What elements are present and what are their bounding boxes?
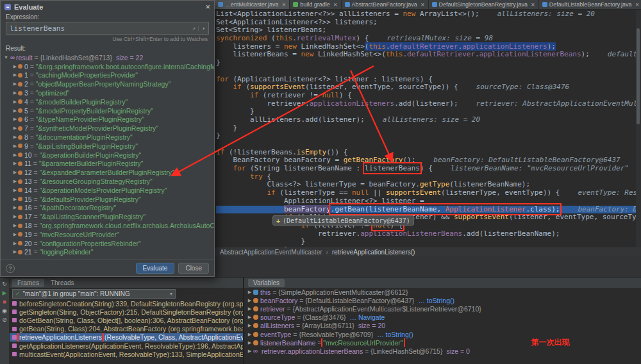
- chevron-collapsed-icon[interactable]: ▶: [247, 323, 253, 328]
- tab-variables[interactable]: Variables: [248, 279, 285, 287]
- scrollbar-thumb[interactable]: [637, 28, 640, 124]
- tab-close-icon[interactable]: ✕: [282, 2, 287, 8]
- chevron-collapsed-icon[interactable]: ▶: [12, 153, 18, 158]
- tab-frames[interactable]: Frames: [12, 279, 44, 287]
- editor-tab[interactable]: DefaultSingletonBeanRegistry.java✕: [429, 0, 539, 9]
- tab-threads[interactable]: Threads: [46, 279, 79, 287]
- result-item[interactable]: ▶16 = "&pathDecoratorRegistry": [1, 204, 214, 213]
- variable-row[interactable]: ▶eventType = {ResolvableType@6709}… toSt…: [244, 330, 641, 338]
- tab-close-icon[interactable]: ✕: [635, 2, 640, 8]
- result-item[interactable]: ▶11 = "&parameterBuilderPluginRegistry": [1, 160, 214, 169]
- tab-close-icon[interactable]: ✕: [420, 2, 425, 8]
- view-breakpoints-icon[interactable]: ◉: [2, 308, 7, 314]
- expand-editor-icon[interactable]: ↗: [190, 25, 198, 31]
- chevron-collapsed-icon[interactable]: ▶: [12, 161, 18, 166]
- chevron-collapsed-icon[interactable]: ▶: [12, 64, 18, 69]
- chevron-collapsed-icon[interactable]: ▶: [12, 223, 18, 228]
- variable-row[interactable]: ▶this = {SimpleApplicationEventMulticast…: [244, 288, 641, 296]
- chevron-expanded-icon[interactable]: ▼: [3, 55, 9, 60]
- chevron-collapsed-icon[interactable]: ▶: [247, 349, 253, 354]
- chevron-collapsed-icon[interactable]: ▶: [247, 298, 253, 303]
- frame-row[interactable]: getApplicationListeners(ApplicationEvent…: [10, 342, 243, 350]
- chevron-collapsed-icon[interactable]: ▶: [12, 170, 18, 175]
- chevron-collapsed-icon[interactable]: ▶: [247, 315, 253, 320]
- chevron-collapsed-icon[interactable]: ▶: [247, 340, 253, 345]
- chevron-collapsed-icon[interactable]: ▶: [12, 90, 18, 95]
- tab-close-icon[interactable]: ✕: [531, 2, 535, 8]
- expression-input[interactable]: listenerBeans ↗ ▾: [6, 22, 209, 35]
- result-item[interactable]: ▶3 = "optimized": [1, 88, 214, 97]
- stop-icon[interactable]: ■: [3, 299, 6, 305]
- chevron-collapsed-icon[interactable]: ▶: [12, 99, 18, 104]
- value-link[interactable]: … toString(): [418, 297, 454, 304]
- editor-tab[interactable]: build.gradle✕: [290, 0, 341, 9]
- expand-node-icon[interactable]: +: [276, 217, 280, 224]
- result-item[interactable]: ▶18 = "org.springframework.cloud.netflix…: [1, 221, 214, 230]
- result-item[interactable]: ▶12 = "&expandedParameterBuilderPluginRe…: [1, 168, 214, 177]
- result-item[interactable]: ▶10 = "&operationBuilderPluginRegistry": [1, 151, 214, 160]
- frame-row[interactable]: multicastEvent(ApplicationEvent, Resolva…: [10, 350, 243, 358]
- result-item[interactable]: ▶21 = "loggingRebinder": [1, 248, 214, 257]
- result-item[interactable]: ▶0 = "&org.springframework.boot.autoconf…: [1, 62, 214, 71]
- result-item[interactable]: ▶9 = "&apiListingBuilderPluginRegistry": [1, 142, 214, 151]
- result-item[interactable]: ▶17 = "&apiListingScannerPluginRegistry": [1, 212, 214, 221]
- close-icon[interactable]: ✕: [205, 4, 210, 10]
- result-item[interactable]: ▶15 = "&defaultsProviderPluginRegistry": [1, 195, 214, 204]
- editor-tab[interactable]: …entMulticaster.java✕: [215, 0, 290, 9]
- result-item[interactable]: ▶4 = "&modelBuilderPluginRegistry": [1, 97, 214, 106]
- editor-scrollbar[interactable]: [636, 10, 641, 247]
- editor-tab[interactable]: AbstractBeanFactory.java✕: [342, 0, 429, 9]
- chevron-collapsed-icon[interactable]: ▶: [12, 241, 18, 246]
- chevron-collapsed-icon[interactable]: ▶: [12, 188, 18, 193]
- chevron-collapsed-icon[interactable]: ▶: [12, 81, 18, 87]
- chevron-collapsed-icon[interactable]: ▶: [247, 332, 253, 337]
- variable-row[interactable]: ▶∞retriever.applicationListenerBeans = {…: [244, 347, 641, 355]
- result-item[interactable]: ▶19 = "mvcResourceUrlProvider": [1, 230, 214, 239]
- dialog-header[interactable]: = Evaluate ✕: [1, 1, 214, 13]
- chevron-collapsed-icon[interactable]: ▶: [247, 306, 253, 311]
- chevron-collapsed-icon[interactable]: ▶: [12, 179, 18, 184]
- result-item[interactable]: ▶13 = "&resourceGroupingStrategyRegistry…: [1, 177, 214, 186]
- result-item[interactable]: ▶7 = "&syntheticModelProviderPluginRegis…: [1, 124, 214, 133]
- variable-row[interactable]: ▶allListeners = {ArrayList@6711}size = 2…: [244, 322, 641, 330]
- chevron-collapsed-icon[interactable]: ▶: [12, 232, 18, 237]
- result-item[interactable]: ▶5 = "&modelPropertyBuilderPluginRegistr…: [1, 106, 214, 115]
- value-link[interactable]: … toString(): [377, 331, 413, 338]
- frame-row[interactable]: doGetBean(String, Class, Object[], boole…: [10, 316, 243, 324]
- variable-row[interactable]: ▶listenerBeanName = "mvcResourceUrlProvi…: [244, 338, 641, 347]
- chevron-collapsed-icon[interactable]: ▶: [12, 205, 18, 210]
- chevron-collapsed-icon[interactable]: ▶: [12, 249, 18, 254]
- variable-row[interactable]: ▶sourceType = {Class@3476}… Navigate: [244, 313, 641, 322]
- chevron-collapsed-icon[interactable]: ▶: [247, 290, 253, 295]
- result-item[interactable]: ▶14 = "&operationModelsProviderPluginReg…: [1, 186, 214, 195]
- tab-close-icon[interactable]: ✕: [333, 2, 338, 8]
- frame-row[interactable]: getSingleton(String, ObjectFactory):215,…: [10, 308, 243, 316]
- chevron-collapsed-icon[interactable]: ▶: [12, 72, 18, 78]
- code-area[interactable]: List<ApplicationListener<?>> allListener…: [216, 10, 636, 247]
- close-button[interactable]: Close: [178, 263, 209, 274]
- resume-icon[interactable]: ▶: [3, 290, 7, 296]
- rerun-icon[interactable]: ↻: [2, 281, 7, 287]
- breadcrumb-item[interactable]: retrieveApplicationListeners(): [332, 249, 415, 256]
- frame-row[interactable]: beforeSingletonCreation(String):339, Def…: [10, 299, 243, 308]
- chevron-collapsed-icon[interactable]: ▶: [12, 144, 18, 149]
- result-root-row[interactable]: ▼∞result = {LinkedHashSet@6713}size = 22: [1, 53, 214, 62]
- chevron-collapsed-icon[interactable]: ▶: [12, 108, 18, 113]
- value-link[interactable]: … Navigate: [350, 313, 385, 321]
- mute-breakpoints-icon[interactable]: ⊘: [2, 317, 7, 323]
- chevron-collapsed-icon[interactable]: ▶: [12, 117, 18, 122]
- editor-tab[interactable]: DefaultListableBeanFactory.java✕: [539, 0, 641, 9]
- result-item[interactable]: ▶6 = "&typeNameProviderPluginRegistry": [1, 115, 214, 124]
- result-item[interactable]: ▶20 = "configurationPropertiesRebinder": [1, 239, 214, 248]
- chevron-collapsed-icon[interactable]: ▶: [12, 197, 18, 202]
- variable-row[interactable]: ▶retriever = {AbstractApplicationEventMu…: [244, 304, 641, 313]
- result-item[interactable]: ▶8 = "&documentationPluginRegistry": [1, 133, 214, 142]
- result-item[interactable]: ▶1 = "cachingModelPropertiesProvider": [1, 71, 214, 80]
- history-dropdown-icon[interactable]: ▾: [198, 26, 205, 31]
- thread-selector[interactable]: ✓ "main"@1 in group "main": RUNNING ▾: [12, 289, 176, 299]
- breadcrumb-item[interactable]: AbstractApplicationEventMulticaster: [220, 249, 322, 256]
- result-item[interactable]: ▶2 = "objectMapperBeanPropertyNamingStra…: [1, 79, 214, 88]
- chevron-collapsed-icon[interactable]: ▶: [12, 214, 18, 219]
- evaluate-button[interactable]: Evaluate: [136, 263, 175, 274]
- chevron-down-icon[interactable]: ▾: [170, 291, 172, 297]
